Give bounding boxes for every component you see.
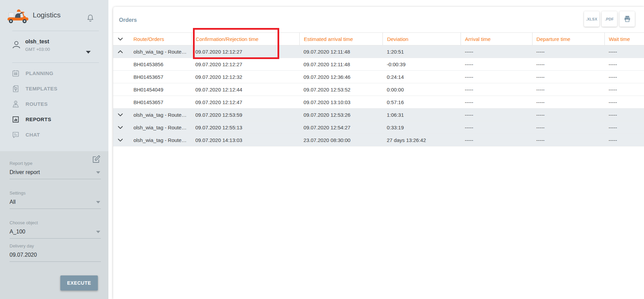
row-spacer xyxy=(113,58,127,70)
route-group-row[interactable]: olsh_wia_tag - Route…09.07.2020 14:13:03… xyxy=(113,134,644,146)
report-type-field: Report type Driver report xyxy=(10,161,101,179)
order-row: BH0145385609.07.2020 12:12:2709.07.2020 … xyxy=(113,58,644,71)
choose-object-select[interactable]: A_100 xyxy=(10,229,101,239)
expand-row-chevron-icon[interactable] xyxy=(113,134,127,146)
column-header-route-orders[interactable]: Route/Orders xyxy=(127,33,191,45)
cell-departure-time: ----- xyxy=(532,109,604,121)
chevron-down-icon xyxy=(96,231,100,233)
sidebar-item-templates[interactable]: TEMPLATES xyxy=(0,81,108,96)
sidebar: Logistics olsh_test GMT +03:00 PLANNINGT… xyxy=(0,0,108,299)
scooter-logo-icon xyxy=(7,8,29,25)
cell-route-orders: olsh_wia_tag - Route… xyxy=(127,121,191,133)
cell-departure-time: ----- xyxy=(532,83,604,96)
column-header-departure-time[interactable]: Departure time xyxy=(532,33,604,45)
template-icon xyxy=(12,85,20,93)
user-name: olsh_test xyxy=(25,39,49,45)
card-header: Orders .XLSX .PDF xyxy=(113,7,644,33)
column-header-deviation[interactable]: Deviation xyxy=(383,33,461,45)
expand-row-chevron-icon[interactable] xyxy=(113,109,127,121)
cell-confirmation-rejection-time: 09.07.2020 12:55:13 xyxy=(191,121,299,133)
page-title: Orders xyxy=(119,17,137,23)
sidebar-item-label: REPORTS xyxy=(26,116,51,122)
sidebar-item-label: TEMPLATES xyxy=(26,86,57,91)
export-pdf-button[interactable]: .PDF xyxy=(602,11,617,27)
sidebar-item-routes[interactable]: ROUTES xyxy=(0,96,108,112)
cell-deviation: 0:24:14 xyxy=(383,71,461,83)
choose-object-field: Choose object A_100 xyxy=(10,220,101,239)
cell-route-orders: olsh_wia_tag - Route… xyxy=(127,109,191,121)
route-group-row[interactable]: olsh_wia_tag - Route…09.07.2020 12:53:59… xyxy=(113,109,644,121)
row-spacer xyxy=(113,83,127,96)
orders-report-card: Orders .XLSX .PDF Route/OrdersConfirmati… xyxy=(113,7,644,299)
cell-wait-time: ----- xyxy=(604,58,644,70)
column-header-arrival-time[interactable]: Arrival time xyxy=(461,33,532,45)
cell-estimated-arrival-time: 09.07.2020 13:10:03 xyxy=(299,96,383,108)
delivery-day-label: Delivery day xyxy=(10,243,101,248)
cell-arrival-time: ----- xyxy=(461,45,532,58)
sidebar-item-label: ROUTES xyxy=(26,101,48,107)
cell-wait-time: ----- xyxy=(604,121,644,133)
cell-estimated-arrival-time: 23.07.2020 08:30:00 xyxy=(299,134,383,146)
cell-confirmation-rejection-time: 09.07.2020 12:53:59 xyxy=(191,109,299,121)
sidebar-item-reports[interactable]: REPORTS xyxy=(0,112,108,127)
user-account-selector[interactable]: olsh_test GMT +03:00 xyxy=(0,31,108,62)
print-button[interactable] xyxy=(619,11,635,27)
cell-departure-time: ----- xyxy=(532,96,604,108)
cell-wait-time: ----- xyxy=(604,96,644,108)
export-xlsx-button[interactable]: .XLSX xyxy=(584,11,599,27)
cell-confirmation-rejection-time: 09.07.2020 12:12:32 xyxy=(191,71,299,83)
cell-route-orders: BH01454049 xyxy=(127,83,191,96)
user-dropdown-caret-icon[interactable] xyxy=(86,51,91,54)
cell-confirmation-rejection-time: 09.07.2020 12:12:27 xyxy=(191,45,299,58)
cell-arrival-time: ----- xyxy=(461,96,532,108)
cell-deviation: 0:57:16 xyxy=(383,96,461,108)
cell-estimated-arrival-time: 09.07.2020 12:11:48 xyxy=(299,45,383,58)
sidebar-item-label: CHAT xyxy=(26,132,40,138)
expand-row-chevron-icon[interactable] xyxy=(113,121,127,133)
delivery-day-input[interactable]: 09.07.2020 xyxy=(10,252,101,262)
cell-estimated-arrival-time: 09.07.2020 12:36:46 xyxy=(299,71,383,83)
cell-confirmation-rejection-time: 09.07.2020 12:12:27 xyxy=(191,58,299,70)
row-spacer xyxy=(113,96,127,108)
chat-icon xyxy=(12,131,20,139)
cell-arrival-time: ----- xyxy=(461,134,532,146)
sidebar-item-label: PLANNING xyxy=(26,70,54,76)
brand-header: Logistics xyxy=(0,0,108,31)
route-group-row[interactable]: olsh_wia_tag - Route…09.07.2020 12:55:13… xyxy=(113,121,644,134)
cell-estimated-arrival-time: 09.07.2020 12:54:27 xyxy=(299,121,383,133)
sidebar-item-planning[interactable]: PLANNING xyxy=(0,66,108,81)
order-row: BH0145365709.07.2020 12:12:3209.07.2020 … xyxy=(113,71,644,83)
route-group-row[interactable]: olsh_wia_tag - Route…09.07.2020 12:12:27… xyxy=(113,45,644,58)
cell-arrival-time: ----- xyxy=(461,83,532,96)
column-header-estimated-arrival-time[interactable]: Estimated arrival time xyxy=(299,33,383,45)
cell-wait-time: ----- xyxy=(604,45,644,58)
row-spacer xyxy=(113,71,127,83)
column-header-confirmation-rejection-time[interactable]: Confirmation/Rejection time xyxy=(191,33,299,45)
brand-title: Logistics xyxy=(33,11,61,19)
column-header-wait-time[interactable]: Wait time xyxy=(604,33,644,45)
order-row: BH0145365709.07.2020 12:12:4709.07.2020 … xyxy=(113,96,644,109)
collapse-all-chevron-icon[interactable] xyxy=(113,33,127,45)
notifications-bell-icon[interactable] xyxy=(86,14,95,25)
sidebar-item-chat[interactable]: CHAT xyxy=(0,127,108,142)
settings-select[interactable]: All xyxy=(10,199,101,209)
cell-estimated-arrival-time: 09.07.2020 12:53:52 xyxy=(299,83,383,96)
cell-confirmation-rejection-time: 09.07.2020 12:12:47 xyxy=(191,96,299,108)
chevron-down-icon xyxy=(96,201,100,203)
settings-value: All xyxy=(10,199,16,205)
map-pin-icon xyxy=(12,100,20,108)
cell-departure-time: ----- xyxy=(532,134,604,146)
cell-arrival-time: ----- xyxy=(461,121,532,133)
collapse-row-chevron-icon[interactable] xyxy=(113,45,127,58)
cell-departure-time: ----- xyxy=(532,71,604,83)
cell-departure-time: ----- xyxy=(532,121,604,133)
bar-chart-icon xyxy=(12,115,20,124)
cell-arrival-time: ----- xyxy=(461,58,532,70)
cell-arrival-time: ----- xyxy=(461,71,532,83)
export-toolbar: .XLSX .PDF xyxy=(584,11,635,27)
cell-departure-time: ----- xyxy=(532,58,604,70)
report-type-select[interactable]: Driver report xyxy=(10,169,101,179)
execute-button[interactable]: EXECUTE xyxy=(60,275,98,290)
cell-estimated-arrival-time: 09.07.2020 12:11:48 xyxy=(299,58,383,70)
cell-wait-time: ----- xyxy=(604,134,644,146)
